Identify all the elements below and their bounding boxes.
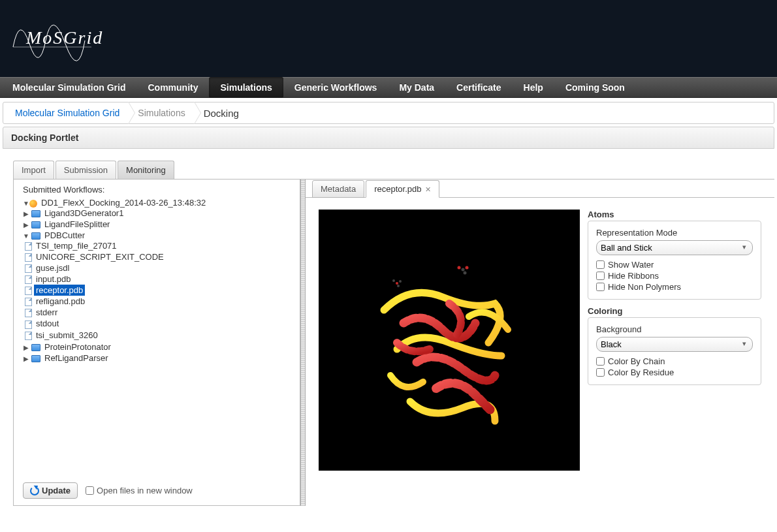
atoms-heading: Atoms [588,210,761,219]
svg-point-5 [396,282,398,285]
breadcrumb-simulations[interactable]: Simulations [134,108,191,118]
representation-label: Representation Mode [596,228,753,238]
tree-node-refligparser[interactable]: RefLigandParser [42,352,110,364]
file-icon [25,321,32,329]
tree-file[interactable]: input.pdb [34,274,73,285]
close-icon[interactable]: ✕ [425,185,431,193]
tree-toggle[interactable] [23,355,29,362]
right-pane: Metadata receptor.pdb✕ [306,180,774,506]
tab-monitoring[interactable]: Monitoring [118,161,174,179]
coloring-heading: Coloring [588,306,761,316]
refresh-icon [30,486,39,495]
color-by-chain-label: Color By Chain [608,356,665,366]
tab-submission[interactable]: Submission [56,161,116,179]
molecule-viewer[interactable] [319,210,580,471]
tree-workflow-root[interactable]: DD1_FlexX_Docking_2014-03-26_13:48:32 [39,197,208,208]
hide-nonpoly-label: Hide Non Polymers [608,282,681,292]
tree-file[interactable]: UNICORE_SCRIPT_EXIT_CODE [34,251,166,262]
hide-nonpoly-toggle[interactable]: Hide Non Polymers [596,281,753,292]
file-icon [25,275,32,284]
inner-tab-label: receptor.pdb [374,184,421,194]
tree-toggle[interactable] [23,232,29,240]
nav-item-msg[interactable]: Molecular Simulation Grid [1,77,136,98]
folder-icon [31,344,40,351]
tree-node-pdbcutter[interactable]: PDBCutter [42,230,87,241]
tree-toggle[interactable] [23,344,29,351]
svg-point-3 [464,272,467,275]
tab-import[interactable]: Import [13,161,54,179]
svg-point-6 [399,280,402,283]
tree-node-ligandsplit[interactable]: LigandFileSplitter [42,219,112,230]
viewer-tabs: Metadata receptor.pdb✕ [306,180,774,197]
tree-file[interactable]: TSI_temp_file_27071 [34,240,119,251]
logo-text: MoSGrid [26,27,103,48]
file-icon [25,264,32,273]
inner-tab-receptor[interactable]: receptor.pdb✕ [366,180,439,198]
update-label: Update [42,486,71,495]
show-water-checkbox[interactable] [596,260,605,269]
color-by-chain-toggle[interactable]: Color By Chain [596,356,753,367]
file-icon [25,253,32,262]
tree-node-proteinprot[interactable]: ProteinProtonator [42,341,113,352]
file-icon [25,242,32,251]
workflow-tree: DD1_FlexX_Docking_2014-03-26_13:48:32 Li… [23,197,291,364]
open-new-window-checkbox[interactable] [86,486,94,495]
status-running-icon [29,200,37,208]
tree-file[interactable]: guse.jsdl [34,262,71,274]
inner-tab-metadata[interactable]: Metadata [312,180,364,198]
tree-node-ligand3d[interactable]: Ligand3DGenerator1 [42,208,125,219]
breadcrumb-root[interactable]: Molecular Simulation Grid [11,108,126,118]
representation-select[interactable]: Ball and Stick [596,240,753,255]
nav-item-simulations[interactable]: Simulations [209,77,283,98]
main-nav: Molecular Simulation Grid Community Simu… [0,77,777,98]
inner-tab-label: Metadata [321,184,356,194]
color-by-residue-toggle[interactable]: Color By Residue [596,367,753,378]
left-pane: Submitted Workflows: DD1_FlexX_Docking_2… [13,180,300,506]
tree-title: Submitted Workflows: [23,185,291,195]
tree-toggle[interactable] [23,221,29,228]
svg-point-1 [462,268,465,272]
svg-point-7 [397,285,400,287]
show-water-label: Show Water [608,260,654,270]
atoms-panel: Representation Mode Ball and Stick Show … [588,221,761,300]
nav-item-mydata[interactable]: My Data [388,77,445,98]
file-icon [25,298,32,306]
nav-item-comingsoon[interactable]: Coming Soon [554,77,636,98]
tree-file[interactable]: refligand.pdb [34,296,87,307]
hide-ribbons-label: Hide Ribbons [608,271,659,281]
header: MoSGrid [0,0,777,77]
splitter[interactable] [300,180,306,506]
tree-toggle[interactable] [23,210,29,217]
color-by-residue-checkbox[interactable] [596,368,605,377]
breadcrumb: Molecular Simulation Grid Simulations Do… [3,102,774,124]
nav-item-workflows[interactable]: Generic Workflows [283,77,388,98]
folder-icon [31,221,40,228]
tree-file[interactable]: stdout [34,318,61,329]
folder-icon [31,232,40,240]
protein-ribbon [358,258,541,441]
folder-icon [31,210,40,217]
file-icon [25,287,32,295]
hide-ribbons-toggle[interactable]: Hide Ribbons [596,270,753,281]
open-new-window-label: Open files in new window [97,486,193,495]
folder-icon [31,355,40,362]
tree-file[interactable]: stderr [34,307,59,318]
svg-point-0 [458,266,461,270]
svg-point-4 [392,279,395,282]
logo: MoSGrid [7,8,98,72]
background-select[interactable]: Black [596,337,753,352]
background-label: Background [596,324,753,334]
hide-ribbons-checkbox[interactable] [596,272,605,280]
tree-file[interactable]: tsi_submit_3260 [34,330,100,341]
tree-file-selected[interactable]: receptor.pdb [34,285,85,296]
update-button[interactable]: Update [23,482,78,499]
nav-item-help[interactable]: Help [513,77,554,98]
portlet-title: Docking Portlet [3,127,774,149]
open-new-window-toggle[interactable]: Open files in new window [86,486,193,495]
nav-item-community[interactable]: Community [136,77,209,98]
tree-toggle[interactable] [23,200,29,207]
hide-nonpoly-checkbox[interactable] [596,283,605,291]
nav-item-certificate[interactable]: Certificate [445,77,512,98]
color-by-chain-checkbox[interactable] [596,357,605,366]
show-water-toggle[interactable]: Show Water [596,259,753,270]
